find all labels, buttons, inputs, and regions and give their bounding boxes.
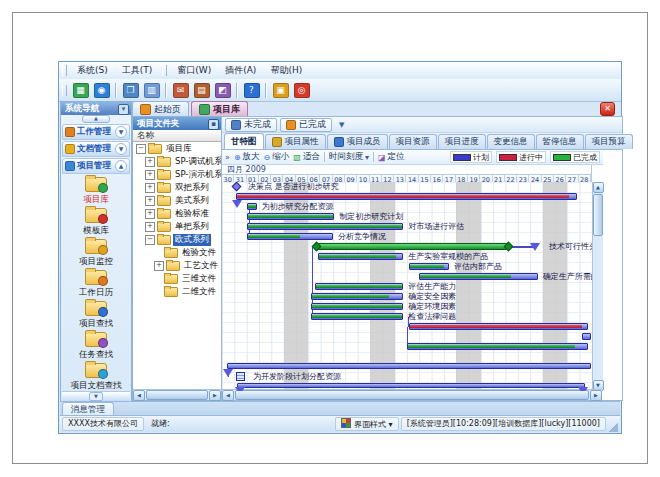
locate-button[interactable]: ◪定位 bbox=[378, 151, 405, 163]
resize-grip[interactable] bbox=[608, 422, 618, 432]
summary-completed-bar[interactable] bbox=[316, 243, 508, 250]
gantt-tab-3[interactable]: 项目成员 bbox=[327, 134, 388, 149]
gantt-tab-6[interactable]: 变更信息 bbox=[487, 134, 535, 149]
close-icon[interactable]: ✕ bbox=[600, 102, 615, 116]
gantt-vscroll-thumb[interactable] bbox=[593, 194, 603, 236]
interface-style-button[interactable]: 界面样式 ▾ bbox=[335, 417, 399, 431]
tree-node-4[interactable]: +双把系列 bbox=[133, 181, 221, 194]
gantt-hscroll-thumb[interactable] bbox=[235, 390, 589, 400]
power-button[interactable]: ◎ bbox=[292, 81, 311, 99]
task-bar[interactable] bbox=[315, 283, 404, 290]
task-bar[interactable] bbox=[247, 223, 404, 230]
tree-node-9[interactable]: 检验文件 bbox=[133, 246, 221, 259]
tree-node-7[interactable]: +单把系列 bbox=[133, 220, 221, 233]
expand-plus-icon[interactable]: + bbox=[154, 261, 164, 271]
sidebar-item-6[interactable]: 任务查找 bbox=[79, 332, 113, 363]
task-bar[interactable] bbox=[419, 273, 537, 280]
chart-pin-button[interactable]: ◩ bbox=[213, 81, 232, 99]
chevron-up-icon[interactable]: ▲ bbox=[115, 160, 127, 172]
summary-bar[interactable] bbox=[236, 193, 578, 200]
gantt-tab-2[interactable]: 项目属性 bbox=[265, 134, 326, 149]
sidebar-item-1[interactable]: 项目库 bbox=[83, 177, 109, 208]
time-scale-dropdown[interactable]: 时间刻度▾ bbox=[329, 151, 369, 163]
sidebar-item-5[interactable]: 项目查找 bbox=[79, 301, 113, 332]
tab-message-management[interactable]: 消息管理 bbox=[62, 402, 114, 416]
sidebar-item-3[interactable]: 项目监控 bbox=[79, 239, 113, 270]
chevron-down-icon[interactable]: ▼ bbox=[115, 126, 127, 138]
layout-button[interactable]: ▥ bbox=[142, 81, 161, 99]
tree-node-11[interactable]: 三维文件 bbox=[133, 272, 221, 285]
fit-button[interactable]: ▧适合 bbox=[293, 151, 320, 163]
report-button[interactable]: ▤ bbox=[192, 81, 211, 99]
tree-column-header[interactable]: 名称 bbox=[133, 130, 221, 142]
tree-node-10[interactable]: +工艺文件 bbox=[133, 259, 221, 272]
phase-summary-bar[interactable] bbox=[227, 363, 591, 369]
expand-plus-icon[interactable]: + bbox=[145, 209, 155, 219]
task-bar[interactable] bbox=[311, 293, 404, 300]
sidebar-bottom-group[interactable]: ▼ bbox=[62, 391, 130, 401]
task-bar[interactable] bbox=[409, 323, 588, 330]
milestone-marker-icon[interactable] bbox=[530, 243, 540, 251]
toolbar-overflow-icon[interactable]: » bbox=[225, 153, 230, 162]
task-bar[interactable] bbox=[407, 343, 588, 350]
task-bar[interactable] bbox=[409, 263, 448, 270]
help-button[interactable]: ? bbox=[242, 81, 261, 99]
gantt-chart-area[interactable]: 决策点 是否进行初步研究为初步研究分配资源制定初步研究计划对市场进行评估分析竞争… bbox=[222, 182, 592, 391]
tree-node-3[interactable]: +SP-演示机系 bbox=[133, 168, 221, 181]
tree-node-5[interactable]: +美式系列 bbox=[133, 194, 221, 207]
menu-item-1[interactable]: 系统(S) bbox=[70, 63, 115, 78]
tree-node-1[interactable]: −项目库 bbox=[133, 142, 221, 155]
gantt-hscrollbar[interactable]: ◀ ▶ bbox=[222, 389, 602, 400]
task-bar[interactable] bbox=[247, 233, 333, 240]
expand-plus-icon[interactable]: + bbox=[145, 196, 155, 206]
menu-item-4[interactable]: 插件(A) bbox=[218, 63, 263, 78]
scroll-right-icon[interactable]: ▶ bbox=[590, 390, 602, 401]
clipped-bar[interactable] bbox=[582, 333, 591, 340]
tree-node-8[interactable]: −欧式系列 bbox=[133, 233, 221, 246]
scroll-left-icon[interactable]: ◀ bbox=[133, 390, 145, 401]
task-bar[interactable] bbox=[247, 213, 335, 220]
globe-button[interactable]: ◉ bbox=[92, 81, 111, 99]
scroll-up-icon[interactable]: ▲ bbox=[593, 182, 604, 193]
gantt-tab-4[interactable]: 项目资源 bbox=[389, 134, 437, 149]
tree-hscroll-thumb[interactable] bbox=[146, 390, 208, 400]
expand-plus-icon[interactable]: + bbox=[145, 183, 155, 193]
scroll-left-icon[interactable]: ◀ bbox=[222, 390, 234, 401]
gantt-tab-7[interactable]: 暂停信息 bbox=[536, 134, 584, 149]
task-bar[interactable] bbox=[247, 203, 257, 210]
milestone-diamond[interactable] bbox=[231, 182, 241, 191]
document-tab-1[interactable]: 起始页 bbox=[132, 101, 189, 116]
tree-pin-icon[interactable]: ▪ bbox=[208, 119, 219, 130]
gantt-tab-1[interactable]: 甘特图 bbox=[224, 133, 264, 149]
tree-node-6[interactable]: +检验标准 bbox=[133, 207, 221, 220]
sidebar-group-2[interactable]: 文档管理▼ bbox=[62, 141, 130, 157]
expand-plus-icon[interactable]: + bbox=[145, 170, 155, 180]
filter-button-1[interactable]: 未完成 bbox=[225, 118, 277, 132]
gantt-tab-5[interactable]: 项目进度 bbox=[438, 134, 486, 149]
collapse-minus-icon[interactable]: − bbox=[145, 235, 155, 245]
scroll-right-icon[interactable]: ▶ bbox=[209, 390, 221, 401]
tree-node-2[interactable]: +SP-调试机系 bbox=[133, 155, 221, 168]
task-bar[interactable] bbox=[318, 253, 403, 260]
menu-item-3[interactable]: 窗口(W) bbox=[170, 63, 218, 78]
expand-plus-icon[interactable]: + bbox=[145, 222, 155, 232]
sidebar-pin-icon[interactable]: ▾ bbox=[118, 104, 129, 115]
sidebar-collapse-strip[interactable]: ▲ bbox=[61, 115, 131, 123]
sidebar-group-1[interactable]: 工作管理▼ bbox=[62, 124, 130, 140]
zoom-in-button[interactable]: ⊕放大 bbox=[234, 151, 260, 163]
filter-button-2[interactable]: 已完成 bbox=[280, 118, 332, 132]
mail-report-button[interactable]: ✉ bbox=[171, 81, 190, 99]
tree-node-12[interactable]: 二维文件 bbox=[133, 285, 221, 298]
lock-button[interactable]: ▣ bbox=[271, 81, 290, 99]
tree-hscrollbar[interactable]: ◀ ▶ bbox=[133, 389, 221, 400]
app-settings-button[interactable]: ▦ bbox=[71, 81, 90, 99]
task-bar[interactable] bbox=[311, 303, 404, 310]
sidebar-group-3[interactable]: 项目管理▲ bbox=[62, 158, 130, 174]
gantt-tab-8[interactable]: 项目预算 bbox=[585, 134, 633, 149]
resource-note-icon[interactable] bbox=[236, 372, 245, 381]
gantt-vscrollbar[interactable]: ▲ ▼ bbox=[592, 182, 603, 391]
expand-plus-icon[interactable]: + bbox=[145, 157, 155, 167]
sidebar-item-4[interactable]: 工作日历 bbox=[79, 270, 113, 301]
zoom-out-button[interactable]: ⊖缩小 bbox=[264, 151, 290, 163]
menu-item-5[interactable]: 帮助(H) bbox=[263, 63, 309, 78]
